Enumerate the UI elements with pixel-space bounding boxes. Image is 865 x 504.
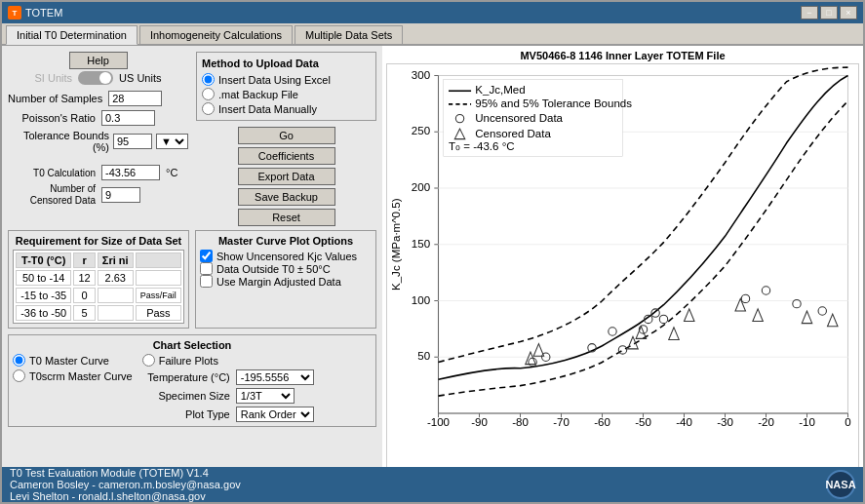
legend-kjc-med: K_Jc,Med [475, 84, 525, 96]
req-pf-1 [136, 270, 181, 286]
chart-radio-group: T0 Master Curve T0scrm Master Curve [13, 354, 133, 422]
main-content: Help SI Units US Units Number of Samples [2, 46, 863, 467]
svg-text:50: 50 [417, 350, 430, 362]
tolerance-input[interactable] [113, 134, 152, 149]
tab-initial-t0[interactable]: Initial T0 Determination [6, 25, 138, 45]
help-button[interactable]: Help [69, 52, 128, 69]
censored-row: Number ofCensored Data [8, 183, 188, 207]
tab-inhomogeneity[interactable]: Inhomogeneity Calculations [139, 25, 293, 44]
data-outside-check[interactable] [200, 262, 213, 275]
specimen-select[interactable]: 1/3T [236, 388, 295, 404]
t0-calc-row: T0 Calculation °C [8, 165, 188, 180]
go-button[interactable]: Go [238, 127, 335, 144]
req-range-1: 50 to -14 [16, 270, 71, 286]
temperature-select[interactable]: -195.5556 [236, 369, 314, 385]
req-r-2: 0 [73, 288, 95, 303]
fields-section: Number of Samples Poisson's Ratio Tolera… [8, 87, 188, 157]
use-margin-row: Use Margin Adjusted Data [200, 275, 372, 288]
tolerance-row: Tolerance Bounds (%) ▼ [8, 130, 188, 153]
us-units-label: US Units [119, 72, 161, 84]
t0scrm-label: T0scrm Master Curve [29, 370, 133, 382]
show-uncensored-label: Show Uncensored Kjc Values [216, 251, 357, 262]
units-toggle[interactable] [78, 71, 113, 85]
close-button[interactable]: × [840, 6, 857, 19]
tolerance-select[interactable]: ▼ [156, 134, 188, 149]
left-panel: Help SI Units US Units Number of Samples [2, 46, 382, 467]
method-excel-radio[interactable] [202, 73, 215, 86]
save-backup-button[interactable]: Save Backup [238, 188, 335, 206]
minimize-button[interactable]: − [801, 6, 818, 19]
svg-text:-60: -60 [594, 416, 610, 428]
censored-input[interactable] [101, 187, 140, 203]
si-units-label: SI Units [35, 72, 73, 84]
svg-text:100: 100 [412, 294, 430, 306]
req-header-r: r [73, 252, 95, 268]
poissons-input[interactable] [101, 110, 155, 126]
failure-plots-row: Failure Plots [142, 354, 372, 367]
show-uncensored-check[interactable] [200, 250, 213, 262]
reset-button[interactable]: Reset [238, 209, 335, 226]
method-mat-label: .mat Backup File [218, 89, 298, 100]
use-margin-label: Use Margin Adjusted Data [216, 276, 341, 288]
svg-text:-40: -40 [676, 416, 692, 428]
table-row: -15 to -35 0 Pass/Fail [16, 288, 181, 303]
tab-multiple-data[interactable]: Multiple Data Sets [295, 25, 403, 44]
main-window: T TOTEM − □ × Initial T0 Determination I… [0, 0, 865, 504]
footer-author1: Cameron Bosley - cameron.m.bosley@nasa.g… [10, 479, 241, 490]
show-uncensored-row: Show Uncensored Kjc Values [200, 250, 372, 262]
req-sum-3 [98, 305, 134, 321]
svg-text:-50: -50 [635, 416, 651, 428]
method-manual-radio[interactable] [202, 102, 215, 115]
req-header-sum: Σri ni [98, 252, 134, 268]
top-section: Help SI Units US Units Number of Samples [8, 52, 376, 226]
svg-text:-20: -20 [758, 416, 774, 428]
req-range-2: -15 to -35 [16, 288, 71, 303]
t0scrm-radio[interactable] [13, 369, 25, 382]
mc-options-title: Master Curve Plot Options [200, 235, 372, 247]
t0-master-radio-row: T0 Master Curve [13, 354, 133, 367]
toggle-knob [99, 72, 111, 84]
t0scrm-radio-row: T0scrm Master Curve [13, 369, 133, 382]
specimen-label: Specimen Size [142, 390, 230, 402]
chart-options-group: Failure Plots Temperature (°C) -195.5556… [142, 354, 372, 422]
plot-type-label: Plot Type [142, 408, 230, 420]
maximize-button[interactable]: □ [820, 6, 838, 19]
svg-text:300: 300 [412, 69, 430, 81]
t0-calc-input[interactable] [101, 165, 160, 180]
num-samples-input[interactable] [108, 91, 162, 106]
title-bar-controls: − □ × [801, 6, 857, 19]
poissons-row: Poisson's Ratio [8, 110, 188, 126]
chart-selection-title: Chart Selection [13, 339, 372, 351]
bottom-section: Requirement for Size of Data Set T-T0 (°… [8, 230, 376, 329]
window-title: TOTEM [25, 7, 62, 19]
plot-type-select[interactable]: Rank Order [236, 407, 314, 422]
chart-selection-box: Chart Selection T0 Master Curve T0scrm M… [8, 334, 376, 427]
t0-master-radio[interactable] [13, 354, 25, 367]
svg-text:-100: -100 [427, 416, 450, 428]
specimen-row: Specimen Size 1/3T [142, 388, 372, 404]
svg-text:200: 200 [412, 181, 430, 193]
method-mat: .mat Backup File [202, 88, 371, 100]
coefficients-button[interactable]: Coefficients [238, 147, 335, 165]
req-sum-2 [98, 288, 134, 303]
tolerance-label: Tolerance Bounds (%) [8, 130, 109, 153]
req-header-range: T-T0 (°C) [16, 252, 71, 268]
legend-uncensored: Uncensored Data [475, 112, 563, 124]
legend-tolerance: 95% and 5% Tolerance Bounds [475, 97, 632, 109]
export-data-button[interactable]: Export Data [238, 168, 335, 185]
legend-censored: Censored Data [475, 128, 551, 139]
failure-plots-radio[interactable] [142, 354, 155, 367]
action-buttons: Go Coefficients Export Data Save Backup … [196, 127, 376, 226]
data-outside-label: Data Outside T0 ± 50°C [216, 263, 331, 275]
use-margin-check[interactable] [200, 275, 213, 288]
method-title: Method to Upload Data [202, 58, 371, 69]
app-icon: T [8, 6, 21, 19]
plot-type-row: Plot Type Rank Order [142, 407, 372, 422]
method-mat-radio[interactable] [202, 88, 215, 100]
data-outside-row: Data Outside T0 ± 50°C [200, 262, 372, 275]
svg-text:0: 0 [845, 416, 850, 428]
help-row: Help [8, 52, 188, 69]
method-box: Method to Upload Data Insert Data Using … [196, 52, 376, 121]
svg-text:250: 250 [412, 125, 430, 136]
chart-area: K_Jc (MPa·m^0.5) Temperature (°C) 50 100… [386, 63, 859, 467]
